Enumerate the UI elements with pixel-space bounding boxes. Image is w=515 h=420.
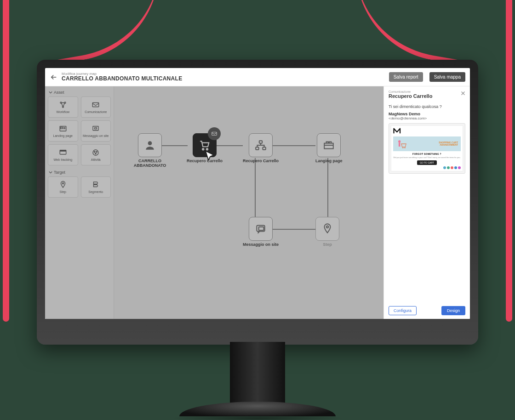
node-step[interactable]: Step	[315, 217, 339, 247]
tile-webtracking[interactable]: Web tracking	[48, 144, 78, 165]
hierarchy-icon	[255, 139, 267, 151]
pin-icon	[59, 181, 67, 189]
svg-point-13	[95, 153, 96, 154]
svg-rect-5	[61, 127, 63, 129]
svg-point-2	[62, 106, 63, 108]
svg-rect-9	[60, 150, 66, 152]
page-title: CARRELLO ABBANDONATO MULTICANALE	[62, 76, 383, 82]
connector	[255, 158, 256, 217]
svg-point-11	[94, 151, 95, 152]
tile-messaggio-onsite[interactable]: Messaggio on site	[81, 120, 111, 142]
decoration-left	[3, 0, 9, 322]
preview-banner: SHOPPING CARTABANDONMENT	[393, 136, 461, 151]
landing-icon	[59, 125, 67, 133]
preview-social-icons	[393, 166, 461, 169]
tile-step[interactable]: Step	[48, 176, 78, 198]
webtracking-icon	[59, 148, 67, 157]
close-icon[interactable]	[460, 90, 466, 96]
svg-point-0	[60, 102, 62, 103]
design-button[interactable]: Design	[441, 306, 465, 315]
decoration-curve-right	[342, 0, 477, 65]
svg-rect-20	[256, 147, 259, 149]
chevron-down-icon	[49, 91, 52, 94]
panel-from-email: <demo@diennea.com>	[389, 116, 465, 120]
svg-rect-22	[325, 143, 334, 149]
sidebar-section-target[interactable]: Target	[48, 168, 111, 176]
person-icon	[144, 139, 156, 151]
email-preview[interactable]: SHOPPING CARTABANDONMENT FORGOT SOMETHIN…	[389, 123, 465, 174]
tile-landing-page[interactable]: Landing page	[48, 120, 78, 142]
app-header: Modifica journey map CARRELLO ABBANDONAT…	[45, 68, 470, 86]
panel-from-name: MagNews Demo	[389, 112, 420, 116]
canvas[interactable]: CARRELLO ABBANDONATO Recupero Carrello R…	[114, 86, 383, 319]
pin-icon	[321, 223, 333, 235]
onsite-msg-icon	[92, 125, 100, 133]
panel-title: Recupero Carrello	[389, 93, 465, 99]
tile-segmento[interactable]: Segmento	[81, 176, 111, 198]
svg-rect-21	[263, 147, 266, 149]
svg-rect-28	[399, 142, 400, 147]
node-start[interactable]: CARRELLO ABBANDONATO	[132, 133, 168, 168]
tile-workflow[interactable]: Workflow	[48, 96, 78, 118]
save-report-button[interactable]: Salva report	[389, 72, 423, 82]
landing-page-icon	[323, 139, 335, 151]
tile-attivita[interactable]: Attività	[81, 144, 111, 165]
preview-cta: GO TO CART	[417, 160, 437, 165]
save-map-button[interactable]: Salva mappa	[429, 72, 465, 82]
svg-point-27	[398, 140, 401, 142]
decoration-curve-left	[38, 0, 173, 65]
back-arrow-icon[interactable]	[50, 73, 58, 81]
svg-rect-7	[95, 128, 97, 129]
preview-body: Did you just leave something in your car…	[393, 157, 461, 159]
svg-point-29	[402, 147, 404, 148]
workflow-icon	[59, 101, 67, 109]
sidebar: Asset Workflow Comunicazione	[45, 86, 114, 319]
connector	[327, 158, 328, 217]
cursor-icon	[203, 150, 217, 164]
svg-point-14	[62, 183, 63, 184]
mail-icon	[92, 101, 100, 109]
svg-point-25	[326, 226, 328, 228]
sidebar-section-asset[interactable]: Asset	[48, 88, 111, 96]
app-screen: Modifica journey map CARRELLO ABBANDONAT…	[45, 68, 470, 319]
right-panel: Comunicazione Recupero Carrello Ti sei d…	[383, 86, 470, 319]
activity-icon	[92, 148, 100, 157]
panel-category: Comunicazione	[389, 90, 465, 93]
svg-rect-19	[259, 141, 263, 143]
node-messaggio[interactable]: Messaggio on site	[243, 217, 279, 247]
svg-point-15	[148, 141, 152, 145]
segment-icon	[92, 181, 100, 189]
svg-point-12	[96, 151, 97, 152]
svg-rect-6	[93, 126, 98, 131]
svg-point-1	[64, 102, 66, 103]
monitor-stand	[230, 342, 285, 406]
sidebar-section-asset-label: Asset	[54, 90, 64, 95]
node-landing[interactable]: Langing page	[315, 133, 343, 164]
svg-rect-3	[93, 103, 99, 107]
preview-logo	[393, 128, 461, 135]
configure-button[interactable]: Configura	[389, 306, 417, 315]
svg-rect-16	[212, 132, 217, 136]
svg-rect-24	[259, 227, 264, 231]
svg-point-30	[404, 147, 406, 148]
tile-comunicazione[interactable]: Comunicazione	[81, 96, 111, 118]
banner-illustration-icon	[396, 138, 412, 149]
chevron-down-icon	[49, 170, 52, 174]
panel-question: Ti sei dimenticato qualcosa ?	[389, 104, 465, 109]
monitor-shadow	[170, 414, 345, 420]
node-recupero-1[interactable]: Recupero Carrello	[187, 133, 223, 164]
preview-headline: FORGOT SOMETHING ?	[393, 153, 461, 155]
monitor-frame: Modifica journey map CARRELLO ABBANDONAT…	[37, 60, 478, 345]
mail-badge-icon	[208, 127, 221, 140]
chat-icon	[255, 223, 267, 235]
decoration-right	[506, 0, 512, 322]
app-body: Asset Workflow Comunicazione	[45, 86, 470, 319]
node-recupero-2[interactable]: Recupero Carrello	[243, 133, 279, 164]
svg-point-10	[93, 150, 98, 155]
sidebar-section-target-label: Target	[54, 170, 65, 175]
